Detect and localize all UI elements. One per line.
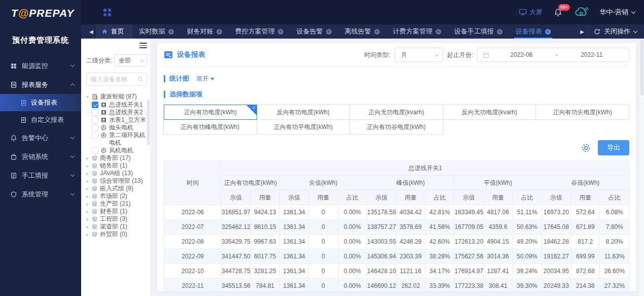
tabs-scroll-left-button[interactable]: ◀ <box>86 29 96 35</box>
tab-设备手工填报[interactable]: 设备手工填报× <box>448 24 509 39</box>
caret-collapsed-icon[interactable]: ▸ <box>86 215 91 223</box>
sidebar-item-energy-monitor[interactable]: 能源监控 <box>0 56 81 75</box>
data-item-button[interactable]: 正向有功尖电度(kWh) <box>535 105 629 120</box>
caret-collapsed-icon[interactable]: ▸ <box>86 208 91 215</box>
tree-device-item[interactable]: 风机电机 <box>86 147 147 154</box>
sidebar-item-marketing-system[interactable]: 营销系统 <box>0 147 81 166</box>
caret-collapsed-icon[interactable]: ▸ <box>86 154 91 162</box>
checkbox-unchecked[interactable] <box>92 109 98 116</box>
user-menu[interactable]: 华中-营销 <box>600 8 635 17</box>
data-item-button[interactable]: 正向有功电度(kWh)✓ <box>164 105 257 120</box>
table-cell: 344728.75 <box>222 264 251 279</box>
tree-department-item[interactable]: ▸外贸部 (0) <box>86 231 147 238</box>
data-item-button[interactable]: 正向有功谷电度(kWh) <box>349 119 443 135</box>
caret-collapsed-icon[interactable]: ▸ <box>86 223 91 231</box>
tree-department-item[interactable]: ▸商务部 (17) <box>86 154 147 162</box>
checkbox-unchecked[interactable] <box>92 147 98 154</box>
close-tab-icon[interactable]: × <box>436 29 441 35</box>
tab-财务对账[interactable]: 财务对账× <box>181 24 229 39</box>
expand-chart-toggle[interactable]: 展开 <box>196 75 214 83</box>
caret-collapsed-icon[interactable]: ▸ <box>86 192 91 200</box>
close-tab-icon[interactable]: × <box>545 29 551 35</box>
range-end-value[interactable]: 2022-11 <box>560 51 624 58</box>
table-cell: 671.89 <box>571 220 600 235</box>
tab-label: 设备告警 <box>297 27 323 36</box>
sidebar-subitem-custom-report[interactable]: 自定义报表 <box>0 111 81 128</box>
data-item-button[interactable]: 正向无功电度(kvarh) <box>349 105 443 120</box>
tree-department-item[interactable]: ▸嵌入式组 (9) <box>86 185 147 192</box>
tree-department-item[interactable]: ▸生产部 (21) <box>86 200 147 208</box>
month-range-picker[interactable]: 2022-06 - 2022-11 <box>477 48 629 62</box>
tree-department-item[interactable]: ▸综合管理部 (13) <box>86 177 147 185</box>
chevron-down-icon <box>70 173 75 177</box>
close-tab-icon[interactable]: × <box>497 29 503 35</box>
tab-离线告警[interactable]: 离线告警× <box>338 24 386 39</box>
checkbox-unchecked[interactable] <box>92 117 98 123</box>
tree-scrollbar[interactable] <box>147 100 150 145</box>
data-item-button[interactable]: 反向无功电度(kvarh) <box>443 105 536 120</box>
tree-department-item[interactable]: ▸JAVA组 (13) <box>86 170 147 177</box>
tree-node-root[interactable]: ▾康派智能 (87) <box>86 93 147 101</box>
apps-grid-icon[interactable] <box>103 9 111 16</box>
chevron-up-icon <box>70 83 75 87</box>
page-scrollbar[interactable] <box>640 39 644 296</box>
tab-实时数据[interactable]: 实时数据× <box>132 24 181 39</box>
close-tab-icon[interactable]: × <box>217 29 222 35</box>
tree-department-item[interactable]: ▸工程部 (3) <box>86 215 147 223</box>
close-tab-icon[interactable]: × <box>168 29 174 35</box>
sub-col-header: 用量 <box>571 190 600 205</box>
notifications-button[interactable]: 99+ <box>554 8 562 17</box>
table-cell: 50.09% <box>513 249 542 264</box>
caret-collapsed-icon[interactable]: ▸ <box>86 162 91 170</box>
iot-cloud-button[interactable] <box>574 5 589 19</box>
category-select[interactable]: 全部 <box>114 54 147 67</box>
data-item-button[interactable]: 反向有功电度(kWh) <box>257 105 350 120</box>
tree-device-item[interactable]: 第二循环风机电机 <box>86 131 147 147</box>
caret-collapsed-icon[interactable]: ▸ <box>86 170 91 177</box>
caret-collapsed-icon[interactable]: ▸ <box>86 231 91 238</box>
sidebar-item-system-manage[interactable]: 系统管理 <box>0 185 81 204</box>
chevron-down-icon <box>70 191 75 195</box>
device-search-input[interactable] <box>91 76 137 83</box>
close-tab-icon[interactable]: × <box>326 29 332 35</box>
tree-department-item[interactable]: ▸市场部 (2) <box>86 192 147 200</box>
checkbox-unchecked[interactable] <box>92 124 98 131</box>
data-item-button[interactable]: 正向有功平电度(kWh) <box>257 119 350 135</box>
tab-设备报表[interactable]: 设备报表× <box>509 24 557 39</box>
tree-department-item[interactable]: ▸财务部 (1) <box>86 208 147 215</box>
caret-collapsed-icon[interactable]: ▸ <box>86 185 91 192</box>
big-screen-button[interactable]: 大屏 <box>519 8 543 17</box>
sidebar-item-alarm-center[interactable]: 告警中心 <box>0 128 81 147</box>
checkbox-checked[interactable] <box>92 102 98 108</box>
close-tab-icon[interactable]: × <box>374 29 380 35</box>
time-type-select[interactable]: 月 <box>395 48 443 62</box>
tree-device-item[interactable]: 抛头电机 <box>86 124 147 131</box>
sidebar-item-manual-fill[interactable]: 手工填报 <box>0 166 81 185</box>
tree-device-item[interactable]: 总进线开关1 <box>86 101 147 109</box>
tree-device-item[interactable]: 总进线开关2 <box>86 109 147 116</box>
tab-设备告警[interactable]: 设备告警× <box>290 24 338 39</box>
collapse-panel-icon[interactable] <box>139 43 147 48</box>
range-start-value[interactable]: 2022-06 <box>489 51 554 58</box>
layers-icon <box>91 201 98 207</box>
caret-collapsed-icon[interactable]: ▸ <box>86 200 91 208</box>
tab-计费方案管理[interactable]: 计费方案管理× <box>386 24 448 39</box>
table-cell: 17645.08 <box>542 220 570 235</box>
tree-department-item[interactable]: ▸销售部 (1) <box>86 162 147 170</box>
close-tab-icon[interactable]: × <box>278 29 283 35</box>
checkbox-unchecked[interactable] <box>92 132 98 139</box>
caret-expanded-icon[interactable]: ▾ <box>86 93 91 101</box>
tab-home[interactable]: 首页 <box>96 24 132 39</box>
export-button[interactable]: 导出 <box>598 140 629 155</box>
table-settings-button[interactable] <box>581 143 591 153</box>
tabs-scroll-right-button[interactable]: ▶ <box>577 29 587 35</box>
sidebar-subitem-device-report[interactable]: 设备报表 <box>0 94 81 111</box>
data-item-button[interactable]: 正向有功峰电度(kWh) <box>163 119 257 135</box>
tab-费控方案管理[interactable]: 费控方案管理× <box>229 24 290 39</box>
tree-department-item[interactable]: ▸渠道部 (1) <box>86 223 147 231</box>
caret-collapsed-icon[interactable]: ▸ <box>86 177 91 185</box>
tree-device-item[interactable]: 水表1_立方米 <box>86 116 147 124</box>
sidebar-item-report-service[interactable]: 报表服务 <box>0 75 81 94</box>
tab-label: 财务对账 <box>187 27 213 36</box>
close-actions-dropdown[interactable]: 关闭操作 <box>587 24 644 39</box>
